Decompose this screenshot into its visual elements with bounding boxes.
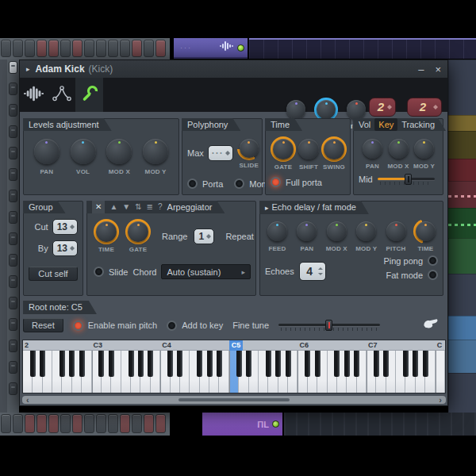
step-button[interactable] <box>25 414 35 433</box>
arp-pattern-button[interactable]: ≣ <box>147 201 153 213</box>
playlist-clip-row[interactable] <box>448 208 476 238</box>
vol-knob[interactable]: VOL <box>68 136 98 175</box>
step-button[interactable] <box>155 40 166 57</box>
channel-rack-steps-bottom[interactable] <box>0 413 170 436</box>
rack-button[interactable] <box>9 83 17 95</box>
rack-button[interactable] <box>9 340 17 352</box>
shift-knob[interactable]: SHIFT <box>296 136 321 171</box>
rack-button[interactable] <box>9 275 17 288</box>
pan-knob[interactable]: PAN <box>294 219 319 252</box>
rack-button[interactable] <box>9 232 17 245</box>
pan-knob[interactable]: PAN <box>360 136 385 170</box>
black-key[interactable] <box>374 351 379 377</box>
keyboard-scrollbar[interactable]: ‹ › <box>22 396 446 404</box>
rack-button[interactable] <box>9 361 17 374</box>
tab-sample[interactable] <box>20 78 48 112</box>
step-button[interactable] <box>48 414 59 433</box>
pitch-knob[interactable]: PITCH <box>384 219 409 252</box>
cut-self-button[interactable]: Cut self <box>29 267 78 281</box>
step-button[interactable] <box>132 414 142 433</box>
fine-tune-slider[interactable] <box>278 319 380 332</box>
rack-button[interactable] <box>9 190 17 202</box>
rack-button[interactable] <box>9 254 17 267</box>
mid-tracking-slider[interactable] <box>378 173 435 186</box>
channel-rack-steps-top[interactable] <box>0 38 170 60</box>
feed-knob[interactable]: FEED <box>265 219 290 252</box>
black-key[interactable] <box>69 351 75 377</box>
channel-rack-left-column[interactable] <box>0 60 19 436</box>
mod-x-knob[interactable]: MOD X <box>386 136 411 170</box>
black-key[interactable] <box>413 351 418 377</box>
track-stepper[interactable]: 2 <box>407 98 442 117</box>
step-button[interactable] <box>60 40 71 57</box>
collapse-triangle-icon[interactable]: ▸ <box>265 204 269 212</box>
close-button[interactable]: × <box>435 64 441 75</box>
step-button[interactable] <box>25 40 35 57</box>
black-key[interactable] <box>177 351 182 377</box>
echoes-spinner[interactable]: 4 <box>299 262 326 281</box>
rack-button[interactable] <box>9 168 17 181</box>
reset-button[interactable]: Reset <box>23 318 63 332</box>
arp-slide-radio[interactable]: Slide <box>94 267 128 277</box>
cut-spinner[interactable]: 13 <box>52 219 78 235</box>
step-button[interactable] <box>1 40 11 57</box>
chord-dropdown[interactable]: Auto (sustain) ▸ <box>161 264 251 279</box>
mod-y-knob[interactable]: MOD Y <box>140 136 171 175</box>
step-button[interactable] <box>155 414 166 433</box>
slider-handle[interactable] <box>405 174 412 185</box>
rack-button[interactable] <box>9 125 17 138</box>
rack-button[interactable] <box>9 61 17 74</box>
step-button[interactable] <box>48 40 59 57</box>
step-button[interactable] <box>13 414 23 433</box>
black-key[interactable] <box>344 351 350 377</box>
channel-button-top[interactable]: ··· <box>174 38 248 59</box>
playlist-clips-column[interactable] <box>448 60 476 436</box>
keyboard-keys[interactable] <box>23 351 445 393</box>
step-button[interactable] <box>144 40 154 57</box>
black-key[interactable] <box>403 351 409 377</box>
rack-button[interactable] <box>9 297 17 309</box>
step-button[interactable] <box>36 40 47 57</box>
black-key[interactable] <box>217 351 222 377</box>
playlist-clip-row[interactable] <box>448 316 476 340</box>
mod-y-knob[interactable]: MOD Y <box>354 219 378 252</box>
step-button[interactable] <box>72 40 83 57</box>
mod-y-knob[interactable]: MOD Y <box>412 136 436 170</box>
ping-pong-radio[interactable]: Ping pong <box>383 255 438 266</box>
step-button[interactable] <box>96 414 106 433</box>
step-button[interactable] <box>108 414 118 433</box>
black-key[interactable] <box>315 351 321 377</box>
step-button[interactable] <box>120 40 130 57</box>
by-spinner[interactable]: 13 <box>52 240 78 256</box>
rack-button[interactable] <box>9 382 17 395</box>
playlist-clip-row[interactable] <box>448 60 476 115</box>
step-button[interactable] <box>84 414 94 433</box>
black-key[interactable] <box>60 351 65 377</box>
hand-drag-icon[interactable] <box>423 318 439 332</box>
black-key[interactable] <box>305 351 310 377</box>
arp-up-down-button[interactable]: ⇅ <box>135 201 141 213</box>
step-button[interactable] <box>84 40 94 57</box>
arp-off-button[interactable]: ✕ <box>92 201 105 213</box>
scroll-right-icon[interactable]: › <box>435 397 446 404</box>
black-key[interactable] <box>167 351 173 377</box>
gate-knob[interactable]: GATE <box>125 219 151 253</box>
black-key[interactable] <box>129 351 134 377</box>
playlist-clip-row[interactable] <box>448 274 476 316</box>
black-key[interactable] <box>98 351 104 377</box>
black-key[interactable] <box>138 351 144 377</box>
black-key[interactable] <box>236 351 242 377</box>
black-key[interactable] <box>275 351 281 377</box>
black-key[interactable] <box>109 351 114 377</box>
step-button[interactable] <box>13 40 23 57</box>
white-key[interactable] <box>436 351 445 393</box>
channel-led[interactable] <box>272 420 279 428</box>
playlist-clip-row[interactable] <box>448 131 476 159</box>
mod-x-knob[interactable]: MOD X <box>104 136 134 175</box>
tracking-tab-vol[interactable]: Vol <box>359 118 370 131</box>
time-knob[interactable]: TIME <box>413 219 438 252</box>
black-key[interactable] <box>354 351 359 377</box>
preview-keyboard[interactable]: 2C3C4C5C6C7C <box>22 340 446 393</box>
step-button[interactable] <box>36 414 47 433</box>
enable-main-pitch-radio[interactable]: Enable main pitch <box>73 321 157 331</box>
